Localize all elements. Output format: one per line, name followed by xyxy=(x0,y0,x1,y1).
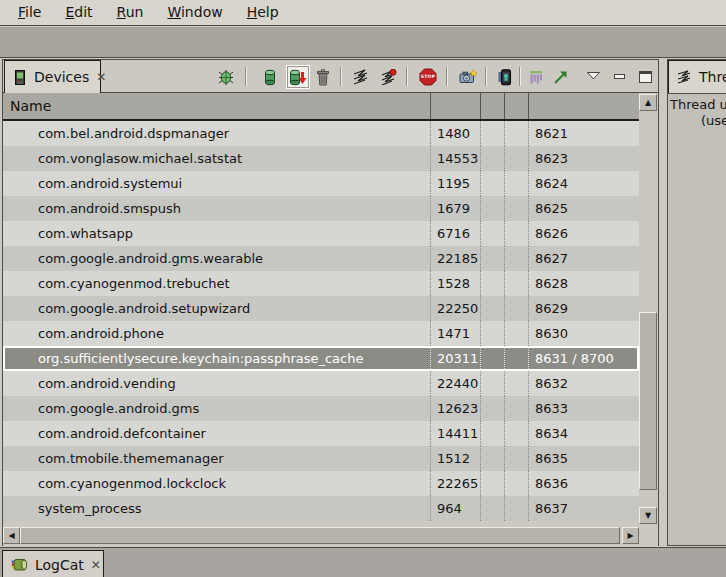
eclipse-ddms-window: File Edit Run Window Help De xyxy=(0,0,726,577)
toolbar-separator xyxy=(519,67,521,86)
table-row[interactable]: system_process 964 8637 xyxy=(3,496,639,521)
blank-cell xyxy=(480,246,504,271)
scroll-right-button[interactable]: ▶ xyxy=(622,527,639,544)
table-row[interactable]: com.tmobile.thememanager 1512 8635 xyxy=(3,446,639,471)
view-menu-button[interactable] xyxy=(585,70,601,82)
threads-profiling-icon xyxy=(380,69,397,85)
threads-view: Threads Thread updates not enabled for s… xyxy=(667,59,726,546)
vertical-scrollbar[interactable]: ▲ ▼ xyxy=(639,94,657,524)
table-row[interactable]: com.cyanogenmod.lockclock 22265 8636 xyxy=(3,471,639,496)
table-row[interactable]: org.sufficientlysecure.keychain:passphra… xyxy=(3,346,639,371)
horizontal-scroll-thumb[interactable] xyxy=(20,527,620,544)
main-toolbar xyxy=(0,27,726,58)
blank-cell xyxy=(504,271,528,296)
vertical-scroll-thumb[interactable] xyxy=(639,312,657,490)
scroll-down-button[interactable]: ▼ xyxy=(639,507,657,524)
menu-run[interactable]: Run xyxy=(105,1,156,24)
screen-capture-button[interactable] xyxy=(459,68,477,86)
blank-cell xyxy=(480,146,504,171)
stop-text: STOP xyxy=(419,74,437,79)
process-name: system_process xyxy=(3,496,430,521)
devices-toolbar: STOP xyxy=(3,60,660,93)
start-method-profiling-button[interactable] xyxy=(379,68,397,86)
blank-cell xyxy=(504,396,528,421)
scroll-left-button[interactable]: ◀ xyxy=(3,527,20,544)
debug-process-button[interactable] xyxy=(217,68,235,86)
process-port: 8624 xyxy=(528,171,639,196)
menu-edit[interactable]: Edit xyxy=(53,1,104,24)
chevron-down-icon xyxy=(587,72,600,80)
process-name: com.vonglasow.michael.satstat xyxy=(3,146,430,171)
cause-gc-button[interactable] xyxy=(314,68,332,86)
minimize-icon xyxy=(614,74,625,79)
threads-icon xyxy=(352,69,369,85)
tab-logcat[interactable]: LogCat ✕ xyxy=(2,550,104,577)
device-android-icon xyxy=(497,69,513,86)
column-header-blank2[interactable] xyxy=(504,93,528,119)
start-opengl-trace-button[interactable] xyxy=(552,68,570,86)
threads-tab-icon xyxy=(677,70,692,84)
blank-cell xyxy=(480,271,504,296)
process-table: Name com.bel.android.dspmanager 1480 862… xyxy=(3,93,658,546)
menu-file[interactable]: File xyxy=(6,1,53,24)
blank-cell xyxy=(504,421,528,446)
systrace-icon xyxy=(528,69,544,85)
process-port: 8631 / 8700 xyxy=(528,346,639,371)
table-row[interactable]: com.android.phone 1471 8630 xyxy=(3,321,639,346)
table-row[interactable]: com.android.systemui 1195 8624 xyxy=(3,171,639,196)
process-name: com.android.smspush xyxy=(3,196,430,221)
column-header-blank1[interactable] xyxy=(480,93,504,119)
update-heap-button[interactable] xyxy=(261,68,279,86)
column-header-pid[interactable] xyxy=(430,93,480,119)
logcat-icon xyxy=(11,557,28,572)
table-row[interactable]: com.bel.android.dspmanager 1480 8621 xyxy=(3,121,639,146)
horizontal-scrollbar[interactable]: ◀ ▶ xyxy=(3,527,639,544)
devices-view: Devices ✕ xyxy=(2,59,659,546)
update-threads-button[interactable] xyxy=(351,68,369,86)
tab-logcat-label: LogCat xyxy=(35,557,84,573)
process-pid: 1512 xyxy=(430,446,480,471)
table-row[interactable]: com.google.android.gms.wearable 22185 86… xyxy=(3,246,639,271)
process-port: 8626 xyxy=(528,221,639,246)
process-pid: 1528 xyxy=(430,271,480,296)
table-row[interactable]: com.vonglasow.michael.satstat 14553 8623 xyxy=(3,146,639,171)
blank-cell xyxy=(504,346,528,371)
process-name: com.cyanogenmod.trebuchet xyxy=(3,271,430,296)
table-row[interactable]: com.android.smspush 1679 8625 xyxy=(3,196,639,221)
blank-cell xyxy=(480,371,504,396)
tab-threads-label: Threads xyxy=(699,69,726,85)
dump-hprof-button[interactable] xyxy=(286,65,310,89)
blank-cell xyxy=(480,446,504,471)
tab-threads[interactable]: Threads xyxy=(668,60,726,93)
process-name: com.android.phone xyxy=(3,321,430,346)
table-row[interactable]: com.google.android.setupwizard 22250 862… xyxy=(3,296,639,321)
process-port: 8629 xyxy=(528,296,639,321)
trash-icon xyxy=(316,69,330,86)
blank-cell xyxy=(504,446,528,471)
capture-device-view-button[interactable] xyxy=(496,68,514,86)
process-pid: 1195 xyxy=(430,171,480,196)
close-icon[interactable]: ✕ xyxy=(91,559,101,571)
process-port: 8627 xyxy=(528,246,639,271)
threads-message: Thread updates not enabled for selected … xyxy=(668,93,726,546)
column-header-name[interactable]: Name xyxy=(3,93,430,119)
process-name: com.google.android.gms.wearable xyxy=(3,246,430,271)
capture-systrace-button[interactable] xyxy=(527,68,545,86)
maximize-button[interactable] xyxy=(638,70,652,83)
table-row[interactable]: com.cyanogenmod.trebuchet 1528 8628 xyxy=(3,271,639,296)
minimize-button[interactable] xyxy=(612,70,626,82)
stop-process-button[interactable]: STOP xyxy=(419,68,437,86)
column-header-port[interactable] xyxy=(528,93,639,119)
table-row[interactable]: com.whatsapp 6716 8626 xyxy=(3,221,639,246)
process-port: 8633 xyxy=(528,396,639,421)
process-port: 8632 xyxy=(528,371,639,396)
table-row[interactable]: com.google.android.gms 12623 8633 xyxy=(3,396,639,421)
process-name: org.sufficientlysecure.keychain:passphra… xyxy=(3,346,430,371)
table-row[interactable]: com.android.vending 22440 8632 xyxy=(3,371,639,396)
blank-cell xyxy=(504,296,528,321)
menu-help[interactable]: Help xyxy=(235,1,291,24)
scroll-up-button[interactable]: ▲ xyxy=(639,94,657,111)
menu-window[interactable]: Window xyxy=(155,1,234,24)
process-pid: 22185 xyxy=(430,246,480,271)
table-row[interactable]: com.android.defcontainer 14411 8634 xyxy=(3,421,639,446)
